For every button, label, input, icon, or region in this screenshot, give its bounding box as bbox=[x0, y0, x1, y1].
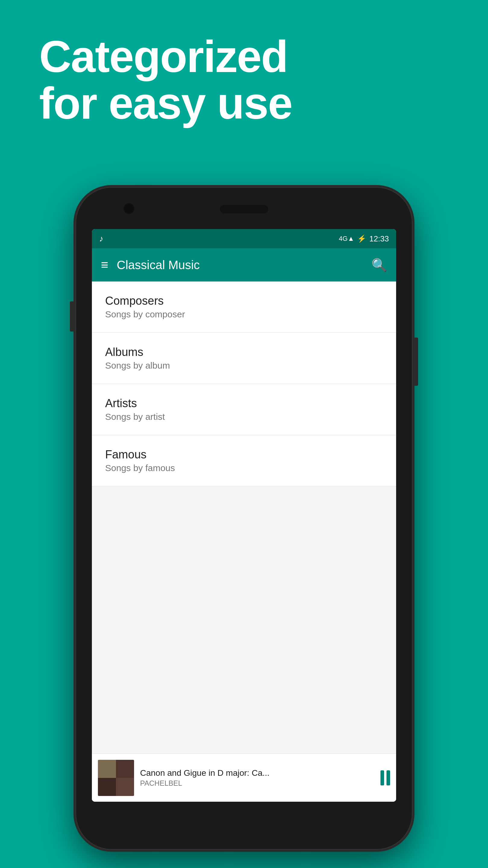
phone-screen: ♪ 4G▲ ⚡ 12:33 ≡ Classical Music 🔍 Compos… bbox=[92, 229, 396, 802]
albums-subtitle: Songs by album bbox=[105, 361, 383, 371]
album-thumbnail bbox=[98, 760, 134, 796]
hero-line1: Categorized bbox=[39, 32, 288, 82]
status-time: 12:33 bbox=[369, 234, 389, 244]
status-right-group: 4G▲ ⚡ 12:33 bbox=[339, 234, 389, 244]
empty-space bbox=[92, 487, 396, 753]
artists-subtitle: Songs by artist bbox=[105, 412, 383, 422]
hero-line2: for easy use bbox=[39, 79, 292, 128]
power-button bbox=[413, 338, 418, 386]
battery-icon: ⚡ bbox=[357, 235, 366, 243]
thumb-cell-1 bbox=[98, 760, 116, 778]
famous-title: Famous bbox=[105, 448, 383, 461]
music-status-icon: ♪ bbox=[99, 234, 103, 244]
thumb-cell-4 bbox=[116, 778, 134, 796]
artists-title: Artists bbox=[105, 397, 383, 410]
list-item-composers[interactable]: Composers Songs by composer bbox=[92, 281, 396, 333]
list-item-albums[interactable]: Albums Songs by album bbox=[92, 333, 396, 384]
famous-subtitle: Songs by famous bbox=[105, 463, 383, 473]
phone-mockup: ♪ 4G▲ ⚡ 12:33 ≡ Classical Music 🔍 Compos… bbox=[75, 187, 413, 850]
composers-subtitle: Songs by composer bbox=[105, 309, 383, 319]
now-playing-bar[interactable]: Canon and Gigue in D major: Ca... PACHEL… bbox=[92, 753, 396, 802]
now-playing-info: Canon and Gigue in D major: Ca... PACHEL… bbox=[140, 768, 375, 787]
front-camera bbox=[124, 203, 134, 214]
albums-title: Albums bbox=[105, 346, 383, 359]
speaker-grille bbox=[220, 205, 268, 213]
list-item-famous[interactable]: Famous Songs by famous bbox=[92, 435, 396, 487]
status-bar: ♪ 4G▲ ⚡ 12:33 bbox=[92, 229, 396, 248]
network-indicator: 4G▲ bbox=[339, 235, 354, 243]
pause-button[interactable] bbox=[381, 770, 390, 785]
app-bar-title: Classical Music bbox=[117, 258, 371, 272]
pause-bar-right bbox=[387, 770, 390, 785]
thumb-cell-2 bbox=[116, 760, 134, 778]
thumb-cell-3 bbox=[98, 778, 116, 796]
pause-bar-left bbox=[381, 770, 384, 785]
category-list: Composers Songs by composer Albums Songs… bbox=[92, 281, 396, 802]
now-playing-artist: PACHELBEL bbox=[140, 779, 375, 787]
app-bar: ≡ Classical Music 🔍 bbox=[92, 248, 396, 281]
search-icon[interactable]: 🔍 bbox=[371, 258, 387, 273]
composers-title: Composers bbox=[105, 294, 383, 307]
list-item-artists[interactable]: Artists Songs by artist bbox=[92, 384, 396, 435]
hamburger-icon[interactable]: ≡ bbox=[101, 258, 108, 271]
volume-button bbox=[70, 301, 75, 332]
now-playing-title: Canon and Gigue in D major: Ca... bbox=[140, 768, 375, 778]
hero-text: Categorized for easy use bbox=[39, 33, 449, 127]
